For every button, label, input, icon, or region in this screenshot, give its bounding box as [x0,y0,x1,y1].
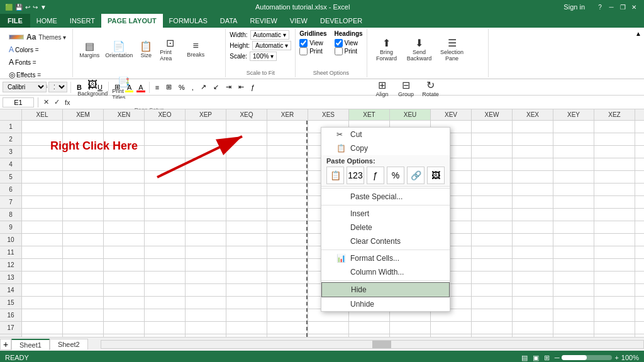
cell-17-4[interactable] [186,322,226,334]
cell-5-2[interactable] [104,171,145,183]
cell-13-1[interactable] [63,272,104,283]
view-page-break-icon[interactable]: ⊞ [544,354,550,362]
cell-18-11[interactable] [472,334,513,337]
cell-1-13[interactable] [553,121,594,133]
cell-16-4[interactable] [186,309,226,321]
cell-9-4[interactable] [186,221,226,233]
cell-16-14[interactable] [594,309,635,321]
cell-17-10[interactable] [431,322,472,334]
cell-11-2[interactable] [104,246,145,258]
cell-12-4[interactable] [186,259,226,271]
cell-10-14[interactable] [594,234,635,246]
cell-2-15[interactable] [635,133,644,145]
cell-2-12[interactable] [513,133,553,145]
cell-8-4[interactable] [186,209,226,221]
cell-5-6[interactable] [267,171,308,183]
cell-10-13[interactable] [553,234,594,246]
cell-11-11[interactable] [472,246,513,258]
height-dropdown[interactable]: Automatic ▾ [252,41,291,50]
cell-7-15[interactable] [635,196,644,208]
ctx-cut[interactable]: ✂ Cut [321,128,450,141]
cell-reference-box[interactable] [3,97,34,107]
cell-13-0[interactable] [22,272,63,283]
cell-17-14[interactable] [594,322,635,334]
cell-5-4[interactable] [186,171,226,183]
gridlines-view[interactable]: View [299,39,326,47]
cell-17-15[interactable] [635,322,644,334]
cell-12-13[interactable] [553,259,594,271]
cell-12-1[interactable] [63,259,104,271]
col-header-xeu[interactable]: XEU [390,109,431,120]
cell-8-5[interactable] [226,209,267,221]
cell-6-4[interactable] [186,184,226,195]
cell-11-4[interactable] [186,246,226,258]
cell-14-13[interactable] [553,284,594,296]
view-normal-icon[interactable]: ▤ [521,354,528,362]
cell-17-12[interactable] [513,322,553,334]
tab-insert[interactable]: INSERT [64,14,101,28]
cell-18-3[interactable] [145,334,186,337]
cell-7-12[interactable] [513,196,553,208]
cell-11-3[interactable] [145,246,186,258]
cell-3-2[interactable] [104,146,145,158]
col-header-xen[interactable]: XEN [104,109,145,120]
cell-9-1[interactable] [63,221,104,233]
align-left-button[interactable]: ≡ [153,82,162,92]
cell-8-11[interactable] [472,209,513,221]
cell-2-11[interactable] [472,133,513,145]
cell-3-5[interactable] [226,146,267,158]
cell-18-14[interactable] [594,334,635,337]
cell-12-3[interactable] [145,259,186,271]
headings-view[interactable]: View [335,39,363,47]
headings-print[interactable]: Print [335,47,363,55]
scale-dropdown[interactable]: 100% ▾ [250,52,277,61]
margins-button[interactable]: ▤ Margins [77,30,102,68]
cell-12-0[interactable] [22,259,63,271]
cell-11-5[interactable] [226,246,267,258]
add-sheet-button[interactable]: + [0,339,11,350]
cell-16-1[interactable] [63,309,104,321]
cell-7-3[interactable] [145,196,186,208]
cell-15-1[interactable] [63,297,104,309]
cell-9-6[interactable] [267,221,308,233]
colors-button[interactable]: A Colors = [6,44,69,55]
paste-values-button[interactable]: 123 [347,167,364,184]
cell-8-12[interactable] [513,209,553,221]
cell-5-0[interactable] [22,171,63,183]
fill-color-button[interactable]: A [125,82,134,92]
cell-10-2[interactable] [104,234,145,246]
cell-5-3[interactable] [145,171,186,183]
cell-12-6[interactable] [267,259,308,271]
cell-3-12[interactable] [513,146,553,158]
cell-6-3[interactable] [145,184,186,195]
cell-13-11[interactable] [472,272,513,283]
cell-18-7[interactable] [308,334,349,337]
view-layout-icon[interactable]: ▣ [533,354,539,362]
cell-1-14[interactable] [594,121,635,133]
cell-3-3[interactable] [145,146,186,158]
cell-2-1[interactable] [63,133,104,145]
font-color-button[interactable]: A [136,82,145,92]
cell-8-13[interactable] [553,209,594,221]
cell-15-15[interactable] [635,297,644,309]
comma-button[interactable]: , [189,82,196,92]
cell-17-7[interactable] [308,322,349,334]
cell-7-0[interactable] [22,196,63,208]
cell-12-14[interactable] [594,259,635,271]
cell-15-12[interactable] [513,297,553,309]
cell-7-5[interactable] [226,196,267,208]
cell-4-13[interactable] [553,158,594,170]
cell-9-0[interactable] [22,221,63,233]
cell-4-14[interactable] [594,158,635,170]
cell-1-1[interactable] [63,121,104,133]
cell-4-2[interactable] [104,158,145,170]
effects-button[interactable]: ◎ Effects = [6,69,69,80]
cell-6-2[interactable] [104,184,145,195]
cell-12-15[interactable] [635,259,644,271]
cell-10-0[interactable] [22,234,63,246]
decrease-decimal-button[interactable]: ↙ [211,82,221,92]
cell-18-15[interactable] [635,334,644,337]
cancel-formula-button[interactable]: ✕ [42,98,50,106]
ctx-paste-special[interactable]: Paste Special... [321,190,450,204]
bold-button[interactable]: B [74,82,84,92]
